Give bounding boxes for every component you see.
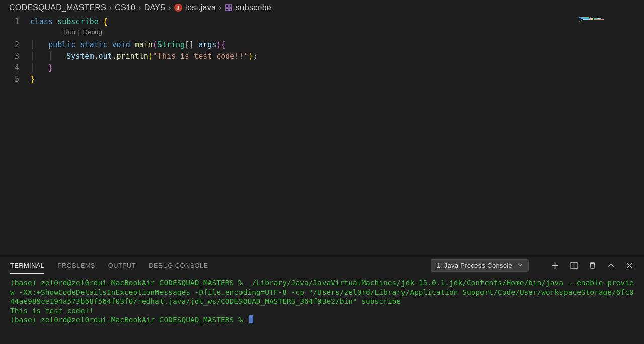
line-number: 3 (0, 51, 30, 62)
breadcrumb[interactable]: CODESQUAD_MASTERS › CS10 › DAY5 › J test… (0, 0, 644, 15)
editor-area[interactable]: Run | Debug 1 class subscribe { 2 │ publ… (0, 15, 644, 256)
editor-root: CODESQUAD_MASTERS › CS10 › DAY5 › J test… (0, 0, 644, 344)
new-terminal-button[interactable] (551, 261, 559, 270)
code-content[interactable]: │ } (30, 62, 53, 74)
symbol-class-icon (225, 4, 233, 12)
chevron-right-icon: › (168, 3, 171, 12)
breadcrumb-item[interactable]: subscribe (236, 3, 271, 12)
chevron-right-icon: › (109, 3, 112, 12)
panel-actions (551, 261, 634, 270)
line-number: 5 (0, 74, 30, 85)
code-content[interactable]: class subscribe { (30, 16, 108, 28)
line-number: 2 (0, 39, 30, 51)
code-line[interactable]: 1 class subscribe { (0, 16, 644, 28)
chevron-right-icon: › (219, 3, 222, 12)
code-line[interactable]: 4 │ } (0, 62, 644, 74)
terminal-prompt: (base) zel0rd@zel0rdui-MacBookAir CODESQ… (10, 316, 247, 324)
svg-rect-3 (229, 8, 232, 11)
terminal-cursor (249, 315, 253, 323)
java-file-icon: J (174, 4, 182, 12)
panel-tabs: TERMINAL PROBLEMS OUTPUT DEBUG CONSOLE 1… (0, 256, 644, 274)
chevron-right-icon: › (138, 3, 141, 12)
tab-problems[interactable]: PROBLEMS (57, 257, 95, 273)
terminal-selector-label: 1: Java Process Console (436, 262, 512, 269)
tab-terminal[interactable]: TERMINAL (10, 257, 44, 274)
code-line[interactable]: 3 │ │ System.out.println("This is test c… (0, 51, 644, 62)
svg-rect-0 (226, 5, 228, 7)
breadcrumb-item[interactable]: test.java (185, 3, 216, 12)
code-content[interactable]: } (30, 74, 35, 85)
close-panel-button[interactable] (625, 261, 634, 270)
chevron-down-icon (517, 262, 523, 269)
terminal-selector[interactable]: 1: Java Process Console (431, 259, 529, 272)
code-line[interactable]: 5 } (0, 74, 644, 85)
breadcrumb-item[interactable]: DAY5 (144, 3, 165, 12)
code-line[interactable]: 2 │ public static void main(String[] arg… (0, 39, 644, 51)
breadcrumb-item[interactable]: CODESQUAD_MASTERS (9, 3, 106, 12)
line-number: 1 (0, 16, 30, 28)
svg-rect-1 (229, 5, 232, 7)
maximize-panel-button[interactable] (607, 261, 615, 270)
tab-output[interactable]: OUTPUT (108, 257, 136, 273)
terminal-line: This is test code!! (10, 307, 94, 315)
editor-lines: 1 class subscribe { 2 │ public static vo… (0, 16, 644, 85)
svg-rect-2 (226, 8, 228, 11)
terminal-output[interactable]: (base) zel0rd@zel0rdui-MacBookAir CODESQ… (0, 274, 644, 344)
code-content[interactable]: │ public static void main(String[] args)… (30, 39, 225, 51)
tab-debug-console[interactable]: DEBUG CONSOLE (149, 257, 208, 273)
code-content[interactable]: │ │ System.out.println("This is test cod… (30, 51, 258, 62)
line-number: 4 (0, 62, 30, 74)
split-terminal-button[interactable] (570, 261, 578, 270)
breadcrumb-item[interactable]: CS10 (115, 3, 135, 12)
kill-terminal-button[interactable] (588, 261, 597, 270)
bottom-panel: TERMINAL PROBLEMS OUTPUT DEBUG CONSOLE 1… (0, 256, 644, 344)
terminal-line: (base) zel0rd@zel0rdui-MacBookAir CODESQ… (10, 279, 634, 305)
